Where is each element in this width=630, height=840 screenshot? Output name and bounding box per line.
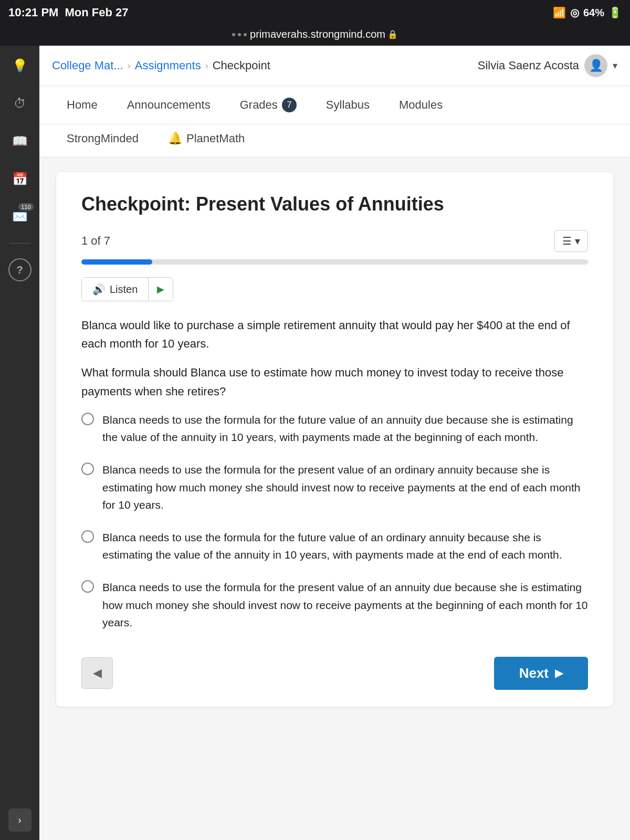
prev-arrow-icon: ◀ [93, 666, 102, 680]
nav-announcements[interactable]: Announcements [112, 87, 225, 123]
content-area: College Mat... › Assignments › Checkpoin… [39, 46, 630, 840]
radio-2[interactable] [81, 463, 94, 475]
nav-planetmath-label: PlanetMath [186, 132, 245, 145]
user-section: Silvia Saenz Acosta 👤 ▾ [478, 54, 617, 77]
sidebar-item-lightbulb[interactable]: 💡 [8, 54, 32, 77]
sidebar: 💡 ⏱ 📖 📅 ✉️ 110 ? › [0, 46, 39, 840]
radio-3[interactable] [81, 530, 94, 543]
answer-choice-1[interactable]: Blanca needs to use the formula for the … [81, 411, 588, 446]
sidebar-item-calendar[interactable]: 📅 [8, 167, 32, 191]
play-button[interactable]: ▶ [149, 278, 173, 300]
avatar: 👤 [584, 54, 607, 77]
answer-choice-2[interactable]: Blanca needs to use the formula for the … [81, 461, 588, 514]
question-text-2: What formula should Blanca use to estima… [81, 363, 588, 400]
url-text[interactable]: primaverahs.strongmind.com 🔒 [250, 28, 398, 40]
nav-modules-label: Modules [399, 98, 443, 112]
nav-announcements-label: Announcements [127, 98, 211, 112]
answer-choice-4[interactable]: Blanca needs to use the formula for the … [81, 579, 588, 632]
nav-syllabus[interactable]: Syllabus [311, 87, 384, 123]
prev-button[interactable]: ◀ [81, 657, 113, 689]
mail-badge: 110 [18, 203, 33, 211]
radio-1[interactable] [81, 413, 94, 425]
sidebar-divider [9, 243, 30, 244]
nav-grades[interactable]: Grades 7 [225, 86, 311, 124]
wifi-icon: 📶 [553, 6, 566, 19]
user-dropdown-icon[interactable]: ▾ [613, 60, 617, 71]
location-icon: ◎ [570, 6, 579, 19]
status-icons: 📶 ◎ 64% 🔋 [553, 6, 622, 19]
quiz-title: Checkpoint: Present Values of Annuities [81, 193, 588, 215]
radio-4[interactable] [81, 580, 94, 593]
answer-choice-3[interactable]: Blanca needs to use the formula for the … [81, 529, 588, 564]
nav-menu: Home Announcements Grades 7 Syllabus Mod… [39, 86, 630, 124]
url-bar: primaverahs.strongmind.com 🔒 [0, 25, 630, 46]
choice-text-2: Blanca needs to use the formula for the … [102, 461, 588, 514]
nav-grades-label: Grades [240, 98, 278, 112]
progress-bar-fill [81, 259, 152, 265]
grades-badge: 7 [282, 98, 297, 112]
status-bar: 10:21 PM Mon Feb 27 📶 ◎ 64% 🔋 [0, 0, 630, 25]
nav-modules[interactable]: Modules [384, 87, 457, 123]
quiz-progress-text: 1 of 7 [81, 234, 110, 248]
menu-chevron-icon: ▾ [575, 235, 580, 247]
nav-syllabus-label: Syllabus [326, 98, 370, 112]
sidebar-expand-button[interactable]: › [8, 808, 32, 832]
menu-lines-icon: ☰ [562, 235, 572, 247]
battery-level: 64% [583, 7, 604, 19]
listen-label: Listen [110, 284, 138, 296]
listen-button[interactable]: 🔊 Listen [82, 278, 149, 301]
question-text-1: Blanca would like to purchase a simple r… [81, 316, 588, 353]
planet-icon: 🔔 [168, 132, 182, 145]
url-domain: primaverahs.strongmind.com [250, 28, 385, 40]
user-name: Silvia Saenz Acosta [478, 59, 579, 72]
status-time: 10:21 PM [8, 6, 58, 19]
next-button[interactable]: Next ▶ [494, 657, 588, 690]
quiz-nav-buttons: ◀ Next ▶ [81, 648, 588, 690]
progress-bar [81, 259, 588, 265]
next-arrow-icon: ▶ [555, 667, 563, 679]
nav-strongminded-label: StrongMinded [67, 132, 139, 145]
nav-planetmath[interactable]: 🔔 PlanetMath [153, 124, 259, 153]
breadcrumb: College Mat... › Assignments › Checkpoin… [39, 46, 630, 86]
listen-button-group: 🔊 Listen ▶ [81, 277, 173, 301]
choice-text-3: Blanca needs to use the formula for the … [102, 529, 588, 564]
nav-strongminded[interactable]: StrongMinded [52, 124, 153, 153]
sidebar-item-book[interactable]: 📖 [8, 130, 32, 153]
breadcrumb-sep1: › [128, 60, 131, 71]
choice-text-4: Blanca needs to use the formula for the … [102, 579, 588, 632]
breadcrumb-college-mat[interactable]: College Mat... [52, 59, 123, 72]
status-date: Mon Feb 27 [65, 6, 128, 19]
nav-home-label: Home [67, 98, 98, 112]
breadcrumb-checkpoint: Checkpoint [213, 59, 270, 72]
nav-row2: StrongMinded 🔔 PlanetMath [39, 124, 630, 158]
browser-dots [232, 33, 247, 36]
lock-icon: 🔒 [387, 29, 398, 39]
answer-choices: Blanca needs to use the formula for the … [81, 411, 588, 632]
quiz-container: Checkpoint: Present Values of Annuities … [56, 172, 613, 707]
quiz-menu-button[interactable]: ☰ ▾ [554, 230, 588, 252]
battery-icon: 🔋 [608, 6, 622, 19]
quiz-progress-row: 1 of 7 ☰ ▾ [81, 230, 588, 252]
next-label: Next [519, 665, 549, 681]
play-icon: ▶ [157, 284, 164, 295]
speaker-icon: 🔊 [92, 283, 106, 296]
choice-text-1: Blanca needs to use the formula for the … [102, 411, 588, 446]
sidebar-item-dashboard[interactable]: ⏱ [8, 92, 32, 115]
sidebar-item-mail[interactable]: ✉️ 110 [8, 205, 32, 228]
sidebar-item-help[interactable]: ? [8, 258, 32, 281]
breadcrumb-sep2: › [205, 60, 208, 71]
breadcrumb-assignments[interactable]: Assignments [135, 59, 201, 72]
nav-home[interactable]: Home [52, 87, 112, 123]
